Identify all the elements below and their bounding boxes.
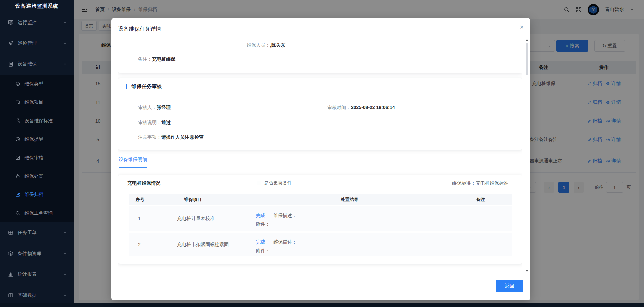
- detail-card-header: 充电桩维保情况 是否更换备件 维保标准：充电桩维保标准: [118, 175, 522, 191]
- cell-remark: [449, 233, 512, 256]
- sidebar-item-label: 维保归档: [24, 192, 43, 198]
- task-info-row: 维保人员：,陈关东: [127, 39, 513, 52]
- audit-section-title: 维保任务审核: [131, 83, 162, 90]
- app-root: 设备巡检监测系统 运行监控 巡检管理 设备维保 维保类型 维保项目: [0, 0, 644, 307]
- sidebar-item-maint-reminder[interactable]: 维保提醒: [0, 130, 74, 148]
- sidebar-item-maint-audit[interactable]: 维保审核: [0, 148, 74, 167]
- modal-scrollbar[interactable]: [525, 38, 529, 273]
- notebook-icon: [8, 61, 13, 67]
- cell-no: 2: [129, 233, 176, 256]
- sidebar-item-statistics[interactable]: 统计报表: [0, 264, 74, 285]
- detail-table: 序号 维保项目 处置结果 备注 1 充电桩计量表校准 完成维保描述： 附件：: [129, 194, 512, 256]
- chevron-down-icon: [63, 41, 67, 45]
- layers-icon: [8, 251, 13, 256]
- chevron-down-icon: [63, 20, 67, 25]
- detail-table-row: 2 充电桩卡扣紧固螺栓紧固 完成维保描述： 附件：: [129, 233, 512, 256]
- detail-table-row: 1 充电桩计量表校准 完成维保描述： 附件：: [129, 206, 512, 231]
- sidebar-item-label: 基础数据: [18, 292, 63, 298]
- sidebar-item-maintenance[interactable]: 设备维保: [0, 54, 74, 75]
- sidebar-item-maint-workorder-query[interactable]: 维保工单查询: [0, 204, 74, 222]
- circle-face-icon: [15, 81, 20, 86]
- staff-label: 维保人员：: [247, 42, 270, 48]
- audit-notice-value: 请操作人员注意检查: [161, 134, 204, 140]
- chevron-down-icon: [63, 231, 67, 235]
- audit-fields: 审核人：张经理 审核时间：2025-08-22 18:06:14 审核说明：通过…: [118, 95, 522, 150]
- section-marker: [126, 84, 127, 89]
- replace-parts-checkbox[interactable]: [257, 181, 261, 185]
- bottom-strip: [0, 303, 644, 307]
- sidebar-item-label: 维保审核: [24, 155, 43, 161]
- device-icon: [15, 100, 20, 105]
- table-grid-icon: [8, 230, 13, 235]
- detail-tab-strip: 设备维保明细: [118, 155, 522, 167]
- sidebar-item-label: 维保工单查询: [24, 210, 53, 216]
- audit-card-header: 维保任务审核: [118, 78, 522, 95]
- detail-table-header: 序号 维保项目 处置结果 备注: [129, 194, 512, 205]
- sidebar-item-monitoring[interactable]: 运行监控: [0, 12, 74, 33]
- attachment-label: 附件：: [256, 248, 270, 253]
- send-icon: [8, 41, 13, 46]
- sidebar-item-label: 设备维保标准: [24, 118, 53, 124]
- close-icon[interactable]: ×: [520, 24, 524, 30]
- dialog-body: 维保人员：,陈关东 备注：充电桩维保 维保任务审核 审核人：张经理: [118, 38, 522, 274]
- sidebar-item-label: 维保提醒: [24, 136, 43, 142]
- cell-no: 1: [129, 206, 176, 231]
- search-icon: [15, 211, 20, 216]
- task-info-card: 维保人员：,陈关东 备注：充电桩维保: [118, 38, 522, 73]
- monitor-icon: [8, 20, 13, 25]
- edit-square-icon: [15, 192, 20, 197]
- check-square-icon: [15, 155, 20, 160]
- bar-chart-icon: [8, 272, 13, 277]
- sidebar-item-label: 任务工单: [18, 230, 63, 236]
- scrollbar-thumb[interactable]: [526, 43, 528, 75]
- clock-icon: [15, 137, 20, 142]
- sidebar-item-label: 维保类型: [24, 81, 43, 87]
- dialog-title: 设备维保任务详情: [118, 26, 161, 33]
- chevron-up-icon: [63, 62, 67, 66]
- replace-parts-label: 是否更换备件: [264, 180, 292, 186]
- staff-value: ,陈关东: [270, 42, 285, 48]
- desc-label: 维保描述：: [273, 213, 297, 218]
- sidebar-item-task-workorder[interactable]: 任务工单: [0, 222, 74, 243]
- sidebar-item-label: 备件物资库: [18, 251, 63, 257]
- sidebar-item-maint-standard[interactable]: 设备维保标准: [0, 112, 74, 130]
- audit-time-label: 审核时间：: [327, 105, 351, 110]
- sidebar-item-base-data[interactable]: 基础数据: [0, 285, 74, 306]
- col-header-item: 维保项目: [176, 196, 250, 203]
- back-button[interactable]: 返回: [496, 280, 523, 292]
- sidebar-item-label: 维保项目: [24, 99, 43, 105]
- cell-result: 完成维保描述： 附件：: [250, 206, 449, 231]
- standard-value: 充电桩维保标准: [476, 180, 508, 186]
- maintenance-detail-card: 充电桩维保情况 是否更换备件 维保标准：充电桩维保标准 序号 维保项目 处置结果: [118, 175, 522, 264]
- scroll-up-icon[interactable]: [526, 39, 528, 41]
- status-complete-link[interactable]: 完成: [256, 213, 265, 218]
- columns-icon: [8, 293, 13, 298]
- sidebar-item-spare-parts[interactable]: 备件物资库: [0, 243, 74, 264]
- cell-item: 充电桩卡扣紧固螺栓紧固: [176, 233, 250, 256]
- status-complete-link[interactable]: 完成: [256, 239, 265, 245]
- audit-card: 维保任务审核 审核人：张经理 审核时间：2025-08-22 18:06:14 …: [118, 78, 522, 150]
- sidebar-item-maint-type[interactable]: 维保类型: [0, 75, 74, 93]
- sidebar-item-maint-project[interactable]: 维保项目: [0, 93, 74, 112]
- audit-comment-value: 通过: [161, 120, 171, 125]
- col-header-no: 序号: [129, 196, 176, 203]
- sidebar-submenu-maintenance: 维保类型 维保项目 设备维保标准 维保提醒 维保审核 维保处置: [0, 75, 74, 222]
- sidebar-item-label: 统计报表: [18, 271, 63, 277]
- cell-item: 充电桩计量表校准: [176, 206, 250, 231]
- chevron-down-icon: [63, 293, 67, 297]
- cell-remark: [449, 206, 512, 231]
- sidebar-item-inspection[interactable]: 巡检管理: [0, 33, 74, 54]
- chevron-down-icon: [63, 252, 67, 256]
- sidebar-item-maint-archive[interactable]: 维保归档: [0, 185, 74, 204]
- auditor-label: 审核人：: [138, 105, 157, 110]
- auditor-value: 张经理: [157, 105, 171, 110]
- desc-label: 维保描述：: [273, 239, 297, 245]
- audit-comment-label: 审核说明：: [138, 120, 161, 125]
- sidebar-item-maint-handle[interactable]: 维保处置: [0, 167, 74, 185]
- col-header-remark: 备注: [449, 196, 512, 203]
- task-info-row: 备注：充电桩维保: [127, 52, 513, 67]
- sidebar-item-label: 巡检管理: [18, 40, 63, 46]
- tab-maintenance-detail[interactable]: 设备维保明细: [119, 157, 147, 168]
- audit-notice-label: 注意事项：: [138, 134, 161, 140]
- scroll-down-icon[interactable]: [526, 270, 528, 272]
